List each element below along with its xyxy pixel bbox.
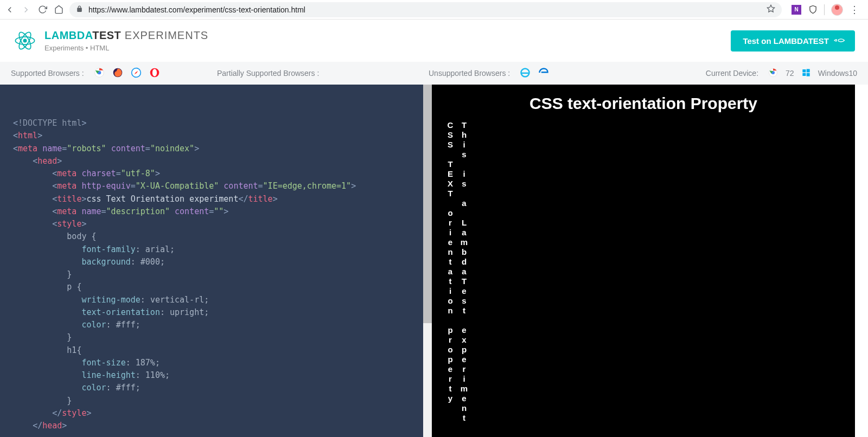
device-label: Current Device: bbox=[706, 69, 758, 78]
more-menu-icon[interactable]: ⋮ bbox=[850, 4, 859, 16]
brand-test: TEST bbox=[92, 29, 121, 41]
separator bbox=[824, 4, 825, 15]
back-button[interactable] bbox=[4, 4, 15, 15]
forward-button[interactable] bbox=[21, 4, 31, 15]
code-editor-panel[interactable]: <!DOCTYPE html> <html> <meta name="robot… bbox=[0, 85, 423, 437]
supported-browsers-group: Supported Browsers : bbox=[11, 67, 217, 80]
chrome-icon bbox=[94, 67, 105, 80]
partially-supported-group: Partially Supported Browsers : bbox=[217, 69, 429, 78]
rocket-icon bbox=[832, 34, 846, 48]
site-header: LAMBDATEST EXPERIMENTS Experiments • HTM… bbox=[0, 20, 868, 62]
profile-avatar[interactable] bbox=[831, 4, 843, 16]
unsupported-label: Unsupported Browsers : bbox=[429, 69, 510, 78]
firefox-icon bbox=[112, 67, 123, 80]
lambdatest-logo-icon bbox=[13, 29, 37, 53]
device-os: Windows10 bbox=[818, 69, 857, 78]
chrome-icon bbox=[768, 68, 778, 79]
ie-icon bbox=[520, 67, 531, 80]
opera-icon bbox=[149, 67, 160, 80]
preview-panel: CSS text-orientation Property CSS TEXT o… bbox=[432, 85, 855, 437]
brand-lambda: LAMBDA bbox=[44, 29, 92, 41]
brand-subtitle: Experiments • HTML bbox=[44, 44, 208, 52]
svg-marker-0 bbox=[767, 5, 774, 12]
brand-title: LAMBDATEST EXPERIMENTS bbox=[44, 29, 208, 42]
svg-rect-17 bbox=[806, 73, 809, 76]
reload-button[interactable] bbox=[37, 4, 48, 15]
preview-paragraph-2: This is a LambdaTest experiment bbox=[459, 120, 470, 423]
browser-support-bar: Supported Browsers : Partially Supported… bbox=[0, 62, 868, 85]
scrollbar-thumb[interactable] bbox=[423, 85, 432, 323]
bookmark-star-icon[interactable] bbox=[767, 4, 775, 15]
svg-rect-16 bbox=[802, 73, 806, 75]
svg-point-10 bbox=[152, 69, 156, 76]
home-button[interactable] bbox=[53, 4, 64, 15]
address-bar[interactable]: https://www.lambdatest.com/experiment/cs… bbox=[69, 2, 782, 17]
supported-label: Supported Browsers : bbox=[11, 69, 84, 78]
unsupported-browsers-group: Unsupported Browsers : bbox=[429, 67, 646, 80]
brand-experiments: EXPERIMENTS bbox=[121, 29, 208, 41]
svg-rect-15 bbox=[806, 69, 809, 72]
browser-toolbar: https://www.lambdatest.com/experiment/cs… bbox=[0, 0, 868, 20]
current-device-group: Current Device: 72 Windows10 bbox=[706, 68, 857, 79]
main-content: <!DOCTYPE html> <html> <meta name="robot… bbox=[0, 85, 868, 437]
test-on-lambdatest-button[interactable]: Test on LAMBDATEST bbox=[731, 30, 855, 52]
safari-icon bbox=[131, 67, 142, 80]
windows-icon bbox=[802, 68, 810, 79]
preview-body: CSS TEXT orientation property This is a … bbox=[432, 120, 855, 423]
edge-icon bbox=[538, 67, 549, 80]
preview-heading: CSS text-orientation Property bbox=[432, 94, 855, 113]
onenote-extension-icon[interactable]: N bbox=[792, 5, 801, 15]
svg-rect-14 bbox=[802, 69, 806, 72]
lock-icon bbox=[76, 5, 83, 15]
shield-extension-icon[interactable] bbox=[808, 5, 818, 15]
code-content: <!DOCTYPE html> <html> <meta name="robot… bbox=[0, 85, 423, 437]
device-version: 72 bbox=[786, 69, 794, 78]
preview-paragraph-1: CSS TEXT orientation property bbox=[445, 120, 456, 423]
url-text: https://www.lambdatest.com/experiment/cs… bbox=[88, 5, 761, 14]
code-scrollbar[interactable] bbox=[423, 85, 432, 437]
cta-label: Test on LAMBDATEST bbox=[743, 36, 829, 46]
partial-label: Partially Supported Browsers : bbox=[217, 69, 319, 78]
brand: LAMBDATEST EXPERIMENTS Experiments • HTM… bbox=[13, 29, 208, 53]
svg-point-4 bbox=[23, 39, 26, 42]
extension-icons: N ⋮ bbox=[787, 4, 864, 16]
